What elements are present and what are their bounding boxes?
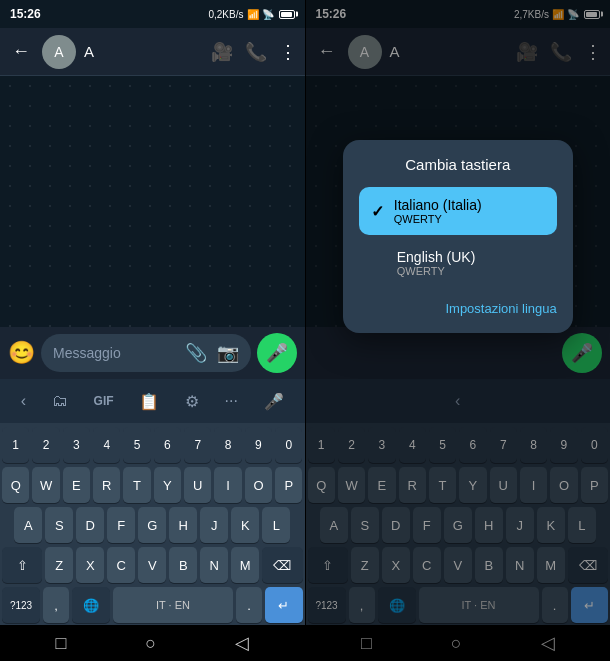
toolbar-more-left[interactable]: ··· — [217, 388, 246, 414]
key-o-left[interactable]: O — [245, 467, 272, 503]
modal-title: Cambia tastiera — [359, 156, 557, 173]
key-p-left[interactable]: P — [275, 467, 302, 503]
key-5-left[interactable]: 5 — [123, 427, 150, 463]
key-q-left[interactable]: Q — [2, 467, 29, 503]
key-b-left[interactable]: B — [169, 547, 197, 583]
key-2-left[interactable]: 2 — [32, 427, 59, 463]
more-button-left[interactable]: ⋮ — [279, 41, 297, 63]
key-y-left[interactable]: Y — [154, 467, 181, 503]
time-left: 15:26 — [10, 7, 41, 21]
key-enter-left[interactable]: ↵ — [265, 587, 303, 623]
settings-link[interactable]: Impostazioni lingua — [445, 301, 556, 316]
toolbar-gif-left[interactable]: GIF — [86, 390, 122, 412]
key-x-left[interactable]: X — [76, 547, 104, 583]
lang-info-english: English (UK) QWERTY — [397, 249, 476, 277]
key-r-left[interactable]: R — [93, 467, 120, 503]
lang-option-english[interactable]: English (UK) QWERTY — [359, 239, 557, 287]
key-9-left[interactable]: 9 — [245, 427, 272, 463]
lang-info-italian: Italiano (Italia) QWERTY — [394, 197, 482, 225]
emoji-button-left[interactable]: 😊 — [8, 340, 35, 366]
battery-icon-left — [279, 10, 295, 19]
key-a-left[interactable]: A — [14, 507, 42, 543]
nav-triangle-left[interactable]: ◁ — [235, 632, 249, 654]
lang-name-english: English (UK) — [397, 249, 476, 265]
key-t-left[interactable]: T — [123, 467, 150, 503]
key-3-left[interactable]: 3 — [63, 427, 90, 463]
key-4-left[interactable]: 4 — [93, 427, 120, 463]
key-z-left[interactable]: Z — [45, 547, 73, 583]
contact-name-left: A — [84, 43, 203, 60]
key-w-left[interactable]: W — [32, 467, 59, 503]
key-k-left[interactable]: K — [231, 507, 259, 543]
video-call-button-left[interactable]: 🎥 — [211, 41, 233, 63]
key-u-left[interactable]: U — [184, 467, 211, 503]
key-0-left[interactable]: 0 — [275, 427, 302, 463]
key-shift-left[interactable]: ⇧ — [2, 547, 42, 583]
row3-left: ⇧ Z X C V B N M ⌫ — [2, 547, 303, 583]
status-icons-left: 0,2KB/s 📶 📡 — [208, 9, 294, 20]
key-v-left[interactable]: V — [138, 547, 166, 583]
avatar-left: A — [42, 35, 76, 69]
key-g-left[interactable]: G — [138, 507, 166, 543]
top-actions-left: 🎥 📞 ⋮ — [211, 41, 297, 63]
key-period-left[interactable]: . — [236, 587, 262, 623]
toolbar-sticker-left[interactable]: 🗂 — [44, 388, 76, 414]
toolbar-settings-left[interactable]: ⚙ — [177, 388, 207, 415]
message-input-left[interactable]: Messaggio 📎 📷 — [41, 334, 251, 372]
status-bar-left: 15:26 0,2KB/s 📶 📡 — [0, 0, 305, 28]
key-d-left[interactable]: D — [76, 507, 104, 543]
key-c-left[interactable]: C — [107, 547, 135, 583]
key-8-left[interactable]: 8 — [214, 427, 241, 463]
key-backspace-left[interactable]: ⌫ — [262, 547, 302, 583]
nav-bar-left: □ ○ ◁ — [0, 625, 305, 661]
row2-left: A S D F G H J K L — [2, 507, 303, 543]
message-placeholder-left: Messaggio — [53, 345, 177, 361]
key-n-left[interactable]: N — [200, 547, 228, 583]
check-icon-italian: ✓ — [371, 202, 384, 221]
toolbar-clipboard-left[interactable]: 📋 — [131, 388, 167, 415]
voice-call-button-left[interactable]: 📞 — [245, 41, 267, 63]
key-e-left[interactable]: E — [63, 467, 90, 503]
key-s-left[interactable]: S — [45, 507, 73, 543]
input-icons-left: 📎 📷 — [185, 342, 239, 364]
key-7-left[interactable]: 7 — [184, 427, 211, 463]
key-space-left[interactable]: IT · EN — [113, 587, 233, 623]
attach-button-left[interactable]: 📎 — [185, 342, 207, 364]
key-h-left[interactable]: H — [169, 507, 197, 543]
lang-sub-italian: QWERTY — [394, 213, 482, 225]
lang-sub-english: QWERTY — [397, 265, 476, 277]
modal-overlay: Cambia tastiera ✓ Italiano (Italia) QWER… — [306, 0, 611, 661]
key-m-left[interactable]: M — [231, 547, 259, 583]
mic-icon-left: 🎤 — [266, 342, 288, 364]
keyboard-switch-modal: Cambia tastiera ✓ Italiano (Italia) QWER… — [343, 140, 573, 333]
back-button-left[interactable]: ← — [8, 37, 34, 66]
toolbar-back-left[interactable]: ‹ — [13, 388, 34, 414]
nav-circle-left[interactable]: ○ — [145, 633, 156, 654]
keyboard-left: 1 2 3 4 5 6 7 8 9 0 Q W E R T Y U I O P … — [0, 423, 305, 625]
camera-button-left[interactable]: 📷 — [217, 342, 239, 364]
nav-square-left[interactable]: □ — [55, 633, 66, 654]
modal-footer: Impostazioni lingua — [359, 299, 557, 317]
network-speed-left: 0,2KB/s — [208, 9, 243, 20]
signal-icon-left: 📶 — [247, 9, 259, 20]
key-6-left[interactable]: 6 — [154, 427, 181, 463]
row1-left: Q W E R T Y U I O P — [2, 467, 303, 503]
chat-area-left — [0, 76, 305, 327]
key-i-left[interactable]: I — [214, 467, 241, 503]
lang-name-italian: Italiano (Italia) — [394, 197, 482, 213]
key-symbols-left[interactable]: ?123 — [2, 587, 40, 623]
lang-option-italian[interactable]: ✓ Italiano (Italia) QWERTY — [359, 187, 557, 235]
key-globe-left[interactable]: 🌐 — [72, 587, 110, 623]
chat-background-left — [0, 76, 305, 327]
wifi-icon-left: 📡 — [262, 9, 274, 20]
key-j-left[interactable]: J — [200, 507, 228, 543]
message-bar-left: 😊 Messaggio 📎 📷 🎤 — [0, 327, 305, 379]
key-1-left[interactable]: 1 — [2, 427, 29, 463]
key-f-left[interactable]: F — [107, 507, 135, 543]
key-comma-left[interactable]: , — [43, 587, 69, 623]
mic-button-left[interactable]: 🎤 — [257, 333, 297, 373]
key-l-left[interactable]: L — [262, 507, 290, 543]
number-row-left: 1 2 3 4 5 6 7 8 9 0 — [2, 427, 303, 463]
toolbar-mic-left[interactable]: 🎤 — [256, 388, 292, 415]
keyboard-toolbar-left: ‹ 🗂 GIF 📋 ⚙ ··· 🎤 — [0, 379, 305, 423]
